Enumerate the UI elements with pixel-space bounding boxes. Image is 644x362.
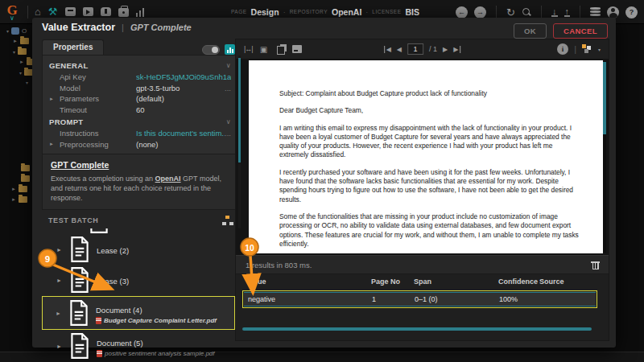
list-item-document-5[interactable]: ► Document (5) positive sentiment analys…: [42, 331, 240, 361]
last-page-icon[interactable]: ▶: [453, 46, 460, 53]
folder-icon[interactable]: [19, 196, 27, 203]
folder-icon[interactable]: [19, 186, 27, 192]
extractor-info: GPT Complete Executes a completion using…: [42, 154, 240, 210]
forward-icon[interactable]: →: [474, 6, 486, 19]
database-icon[interactable]: [590, 7, 601, 17]
model-value[interactable]: gpt-3.5-turbo: [136, 84, 225, 93]
caret-right-icon[interactable]: ►: [13, 39, 18, 43]
batch-hierarchy-icon[interactable]: [222, 216, 233, 225]
column-header-value[interactable]: Value: [247, 278, 266, 286]
list-item-lease-2[interactable]: ► Lease (2): [42, 234, 240, 265]
highlight-palette-icon[interactable]: [582, 44, 592, 54]
value-extractor-dialog: Value Extractor | GPT Complete OK CANCEL…: [32, 18, 616, 348]
tab-properties[interactable]: Properties: [42, 39, 104, 55]
fit-frame-icon[interactable]: ▣: [260, 45, 267, 54]
folder-icon[interactable]: [21, 175, 30, 182]
column-header-page-no[interactable]: Page No: [371, 278, 400, 286]
table-row[interactable]: negative 1 0–1 (0) 100%: [244, 292, 596, 306]
timeout-value[interactable]: 60: [136, 105, 231, 114]
document-icon: [69, 267, 90, 293]
chevron-down-icon[interactable]: ∨: [226, 118, 231, 125]
back-icon[interactable]: ←: [456, 6, 468, 19]
dot-separator: ·: [283, 8, 286, 16]
job-bag-icon[interactable]: [118, 8, 129, 17]
property-row-instructions[interactable]: Instructions Is this document's sentim..…: [49, 128, 231, 139]
caret-right-icon[interactable]: ►: [56, 343, 69, 349]
caret-right-icon[interactable]: ►: [56, 247, 69, 253]
cancel-button[interactable]: CANCEL: [553, 23, 608, 39]
stats-icon[interactable]: [136, 7, 145, 17]
folder-icon[interactable]: [21, 165, 30, 171]
caret-down-icon[interactable]: ▾: [19, 70, 22, 76]
more-button[interactable]: ...: [225, 129, 231, 138]
info-icon[interactable]: i: [557, 43, 568, 55]
property-row-api-key[interactable]: Api Key sk-HeDF5JgMJOi09uSnh1a...: [49, 72, 231, 83]
search-icon[interactable]: [522, 7, 531, 17]
viewer-toolbar: |↔| ▣ ◀ ◀ / 1 ▶ ▶ i | ▾: [236, 39, 609, 59]
refresh-icon[interactable]: ↻: [506, 6, 515, 19]
list-item-lease-3[interactable]: ► Lease (3): [42, 265, 240, 295]
column-header-source[interactable]: Source: [539, 278, 564, 286]
archive-icon[interactable]: [65, 7, 76, 16]
licensee-value[interactable]: BIS: [406, 7, 420, 17]
property-row-parameters[interactable]: ► Parameters (default): [49, 93, 231, 105]
next-page-icon[interactable]: ▶: [443, 46, 448, 53]
column-header-span[interactable]: Span: [414, 278, 431, 286]
caret-right-icon[interactable]: ►: [49, 97, 60, 101]
download-icon[interactable]: ↓: [551, 7, 558, 17]
trash-icon[interactable]: [592, 261, 599, 269]
document-scrollbar[interactable]: [603, 61, 606, 253]
chevron-down-icon[interactable]: ∨: [226, 62, 231, 69]
properties-toggle[interactable]: [202, 45, 220, 55]
caret-right-icon[interactable]: ►: [56, 311, 68, 316]
caret-right-icon[interactable]: ►: [19, 60, 24, 64]
folder-icon[interactable]: [20, 38, 29, 44]
tools-icon[interactable]: ⚒: [48, 6, 58, 17]
caret-down-icon[interactable]: ▾: [6, 28, 9, 34]
caret-right-icon[interactable]: ►: [11, 197, 16, 202]
instructions-value[interactable]: Is this document's sentim...: [136, 129, 225, 138]
column-header-confidence[interactable]: Confidence: [498, 278, 538, 286]
api-key-value[interactable]: sk-HeDF5JgMJOi09uSnh1a...: [136, 72, 231, 81]
app-logo[interactable]: G ∨: [0, 3, 24, 21]
repository-value[interactable]: OpenAI: [332, 7, 361, 17]
caret-right-icon[interactable]: ►: [49, 142, 60, 146]
result-confidence: 100%: [499, 295, 518, 303]
section-general[interactable]: GENERAL ∨: [49, 59, 231, 72]
caret-down-icon[interactable]: ▾: [26, 80, 28, 85]
property-row-preprocessing[interactable]: ► Preprocessing (none): [49, 139, 231, 150]
document-page[interactable]: Subject: Complaint about Budget Capture …: [249, 60, 603, 253]
folder-icon[interactable]: [18, 48, 27, 55]
page-number-input[interactable]: [407, 43, 423, 55]
chart-icon[interactable]: [225, 44, 235, 55]
previous-page-icon[interactable]: ◀: [397, 46, 402, 53]
upload-box-icon[interactable]: [101, 7, 111, 16]
image-icon[interactable]: [292, 45, 302, 53]
first-page-icon[interactable]: ◀: [384, 46, 391, 53]
home-icon[interactable]: ⌂: [35, 6, 41, 17]
page-value[interactable]: Design: [251, 7, 279, 17]
user-icon[interactable]: [607, 6, 619, 19]
openai-link[interactable]: OpenAI: [155, 175, 181, 183]
help-icon[interactable]: ?: [625, 6, 638, 19]
caret-right-icon[interactable]: ►: [11, 187, 16, 191]
results-horizontal-scrollbar[interactable]: [242, 327, 592, 331]
repository-node-icon[interactable]: [11, 27, 19, 35]
caret-right-icon[interactable]: ►: [56, 278, 69, 283]
pages-icon[interactable]: [277, 46, 285, 55]
parameters-value[interactable]: (default): [136, 94, 231, 103]
property-row-timeout[interactable]: Timeout 60: [49, 105, 231, 116]
properties-scrollbar[interactable]: [238, 56, 241, 228]
preprocessing-value[interactable]: (none): [136, 140, 231, 149]
fit-width-icon[interactable]: |↔|: [244, 45, 253, 53]
ok-button[interactable]: OK: [514, 23, 547, 39]
upload-icon[interactable]: ↑: [564, 7, 571, 17]
page-navigation: ◀ ◀ / 1 ▶ ▶: [384, 43, 461, 55]
dropdown-caret-icon[interactable]: ▾: [598, 47, 601, 52]
list-item-document-4[interactable]: ► Document (4) Budget Capture Complaint …: [43, 297, 234, 329]
section-prompt[interactable]: PROMPT ∨: [49, 115, 231, 128]
caret-down-icon[interactable]: ▾: [13, 49, 15, 55]
property-row-model[interactable]: Model gpt-3.5-turbo ...: [49, 83, 231, 94]
more-button[interactable]: ...: [225, 84, 231, 93]
media-icon[interactable]: [83, 7, 93, 16]
